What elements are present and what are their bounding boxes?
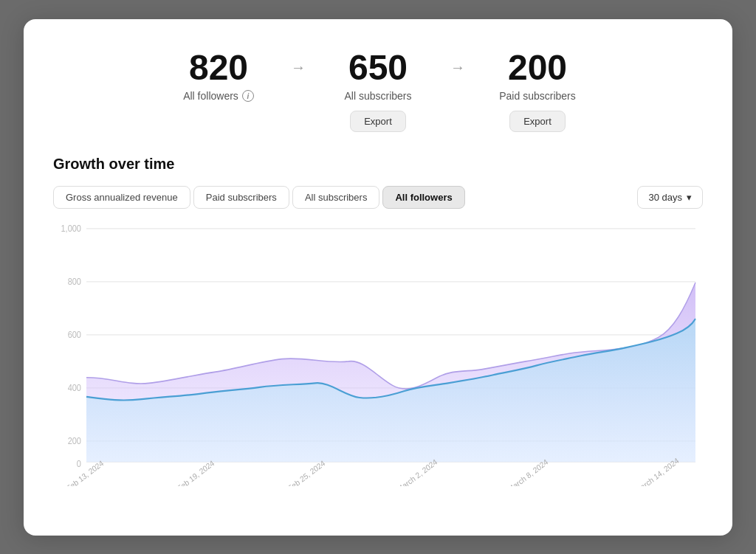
svg-text:800: 800 xyxy=(68,277,81,287)
paid-value: 200 xyxy=(508,49,567,88)
paid-label: Paid subscribers xyxy=(499,90,576,102)
chevron-down-icon: ▾ xyxy=(687,192,692,203)
svg-text:400: 400 xyxy=(68,384,81,393)
arrow-2: → xyxy=(450,59,465,76)
subscribers-label: All subscribers xyxy=(344,90,411,102)
tab-all-followers[interactable]: All followers xyxy=(382,186,464,209)
svg-text:1,000: 1,000 xyxy=(61,224,81,234)
tab-gross[interactable]: Gross annualized revenue xyxy=(53,186,190,209)
info-icon[interactable]: i xyxy=(242,90,254,102)
stats-row: 820 All followers i → 650 All subscriber… xyxy=(53,49,703,133)
arrow-1: → xyxy=(291,59,306,76)
svg-text:Feb 19, 2024: Feb 19, 2024 xyxy=(176,459,216,486)
tab-paid-subscribers[interactable]: Paid subscribers xyxy=(193,186,289,209)
svg-text:Feb 13, 2024: Feb 13, 2024 xyxy=(65,459,105,486)
svg-text:600: 600 xyxy=(68,330,81,340)
time-filter-dropdown[interactable]: 30 days ▾ xyxy=(637,186,703,209)
stat-paid: 200 Paid subscribers Export xyxy=(471,49,604,133)
main-card: 820 All followers i → 650 All subscriber… xyxy=(24,19,732,536)
followers-label: All followers i xyxy=(183,90,254,102)
chart-container: 1,000 800 600 400 200 0 xyxy=(53,221,703,486)
tabs-row: Gross annualized revenue Paid subscriber… xyxy=(53,186,703,209)
tabs-left: Gross annualized revenue Paid subscriber… xyxy=(53,186,465,209)
tab-all-subscribers[interactable]: All subscribers xyxy=(292,186,380,209)
svg-text:200: 200 xyxy=(68,437,81,446)
growth-section: Growth over time Gross annualized revenu… xyxy=(53,156,703,486)
stat-followers: 820 All followers i xyxy=(152,49,285,103)
chart-svg: 1,000 800 600 400 200 0 xyxy=(53,221,703,486)
stat-subscribers: 650 All subscribers Export xyxy=(312,49,444,133)
export-subscribers-button[interactable]: Export xyxy=(350,111,406,132)
svg-text:Feb 25, 2024: Feb 25, 2024 xyxy=(286,459,326,486)
export-paid-button[interactable]: Export xyxy=(509,111,566,132)
growth-title: Growth over time xyxy=(53,156,703,173)
followers-value: 820 xyxy=(189,49,248,88)
subscribers-value: 650 xyxy=(348,49,408,88)
svg-text:0: 0 xyxy=(77,460,81,469)
